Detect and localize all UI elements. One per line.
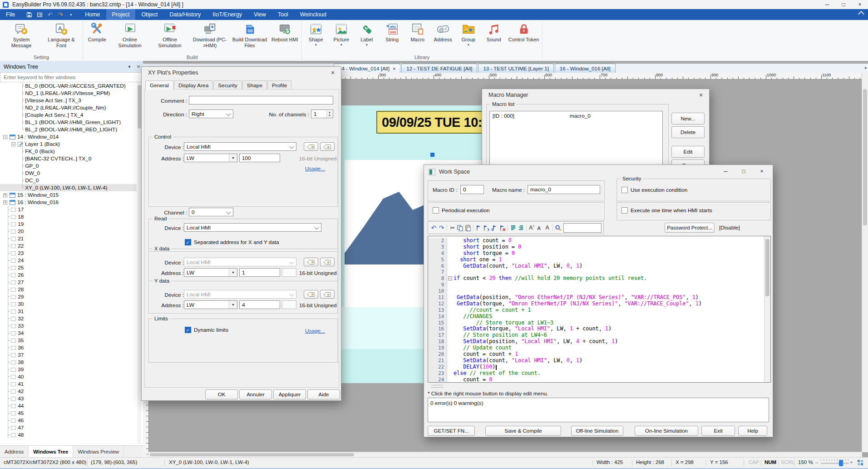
ribbon-picture-button[interactable]: Picture▾ (329, 21, 354, 47)
tree-item-31[interactable]: ├31 (0, 308, 137, 315)
bookmark-clear-icon[interactable] (498, 223, 506, 232)
ydata-tag-add-button[interactable]: + (320, 290, 335, 299)
help-button[interactable]: Aide (307, 389, 340, 399)
cancel-button[interactable]: Annuler (239, 389, 272, 399)
control-address-input[interactable]: 100 (239, 154, 280, 162)
code-line[interactable]: 18 SetData(position, "Local HMI", LW, 4 … (428, 339, 770, 345)
direction-select[interactable]: Right (189, 110, 233, 118)
ribbon-download-button[interactable]: Download (PC->HMI) (190, 21, 230, 48)
comment-input[interactable] (189, 96, 333, 105)
macro-manager-titlebar[interactable]: Macro Manager × (482, 89, 709, 101)
tree-item-36[interactable]: ├36 (0, 344, 137, 351)
tree-item-41[interactable]: ├41 (0, 380, 137, 388)
xy-dialog-titlebar[interactable]: XY Plot's Properties × (142, 67, 341, 79)
workspace-titlebar[interactable]: Work Space □ × (424, 165, 773, 179)
tree-item-25[interactable]: ├25 (0, 264, 137, 271)
use-execution-condition-checkbox[interactable]: Use execution condition (621, 187, 687, 193)
menu-home[interactable]: Home (79, 9, 106, 20)
code-line[interactable]: 13 //count = count + 1 (428, 307, 770, 314)
tree-item-32[interactable]: ├32 (0, 315, 137, 322)
tree-item-fk-0-back[interactable]: ├FK_0 (Back) (0, 148, 137, 155)
menu-iiot-energy[interactable]: IIoT/Energy (207, 9, 248, 20)
xdata-tag-add-button[interactable]: + (320, 258, 335, 266)
zoom-in-icon[interactable]: + (850, 459, 853, 465)
tree-item-gp-0[interactable]: ├GP_0 (0, 162, 137, 170)
bookmark-prev-icon[interactable] (491, 223, 498, 232)
window-maximize-icon[interactable]: □ (835, 0, 852, 9)
spinner-arrows-icon[interactable]: ▲▼ (326, 110, 332, 117)
menu-tool[interactable]: Tool (272, 9, 294, 20)
ydata-address-input[interactable]: 4 (239, 300, 280, 309)
tree-item-38[interactable]: ├38 (0, 359, 137, 366)
code-line[interactable]: 5 short one = 1 (428, 257, 770, 263)
ribbon-macro-button[interactable]: Macro (405, 21, 430, 43)
tree-item-banc-32-cvtech-tx-0[interactable]: ├[BANC-32 CVTECH..] TX_0 (0, 155, 137, 162)
ribbon-compile-button[interactable]: Compile (84, 21, 110, 43)
code-line[interactable]: 2 short count = 0 (428, 238, 770, 244)
font-icon[interactable]: A (543, 223, 551, 232)
fold-minus-icon[interactable]: − (448, 276, 452, 280)
xdata-tag-button[interactable] (304, 258, 318, 266)
tree-item-17[interactable]: ├17 (0, 206, 137, 213)
tree-item-nd-1-lreal-var-vitesse-rpm[interactable]: ├ND_1 (LREAL-VAR://Vitesse_RPM) (0, 90, 137, 97)
sidebar-tab-windows-tree[interactable]: Windows Tree (29, 446, 73, 458)
expander-plus-icon[interactable]: + (3, 200, 7, 205)
tree-item-26[interactable]: ├26 (0, 271, 137, 279)
tree-item-18[interactable]: ├18 (0, 213, 137, 220)
code-line[interactable]: 3 short position = 0 (428, 244, 770, 250)
edit-macro-button[interactable]: Edit (671, 146, 705, 158)
menu-object[interactable]: Object (135, 9, 163, 20)
tree-item-34[interactable]: ├34 (0, 329, 137, 337)
get-set-fn-button[interactable]: GET/SET FN... (428, 426, 475, 436)
code-line[interactable]: 23else // reset of the count. (428, 370, 770, 377)
tree-item-16-window-016[interactable]: +16 : Window_016 (0, 199, 137, 206)
tree-item-28[interactable]: ├28 (0, 286, 137, 293)
list-b-icon[interactable] (517, 223, 525, 232)
periodical-execution-checkbox[interactable]: Periodical execution (433, 207, 490, 214)
tree-item-30[interactable]: ├30 (0, 300, 137, 308)
redo-icon[interactable]: ↷ (57, 11, 64, 18)
ribbon-group-button[interactable]: Group▾ (456, 21, 481, 47)
channels-spinner[interactable]: 1 ▲▼ (311, 110, 333, 118)
selection-handle[interactable] (430, 153, 434, 157)
font-smaller-icon[interactable]: A- (536, 223, 543, 232)
code-line[interactable]: 21 SetData(count, "Local HMI", LW, 0, 1) (428, 358, 770, 364)
tree-item-bl-2-bool-var-hmi-red-light[interactable]: └BL_2 (BOOL-VAR://HMI_RED_LIGHT) (0, 126, 137, 133)
collapse-ribbon-icon[interactable] (858, 11, 864, 17)
bookmark-next-icon[interactable] (483, 223, 490, 232)
ydata-index-input[interactable] (282, 300, 296, 309)
ribbon-shape-button[interactable]: Shape▾ (303, 21, 329, 47)
ribbon-string-button[interactable]: abcxxxString (380, 21, 405, 43)
offline-simulation-button[interactable]: Off-line Simulation (571, 426, 623, 436)
ribbon-label-button[interactable]: Label▾ (354, 21, 380, 47)
menu-file[interactable]: File (0, 9, 21, 20)
export-icon[interactable] (36, 11, 43, 18)
delete-macro-button[interactable]: Delete (671, 126, 705, 138)
expander-minus-icon[interactable]: − (11, 142, 15, 146)
tab-scroll-right-icon[interactable]: ▸ (865, 65, 867, 70)
tree-item-layer-1-back[interactable]: −Layer 1 (Back) (0, 140, 137, 148)
code-line[interactable]: 20 count = count + 1 (428, 351, 770, 358)
limits-usage-link[interactable]: Usage... (305, 328, 325, 334)
undo-icon[interactable]: ↶ (46, 11, 54, 18)
canvas-tab-12-test-de-fatigue-all[interactable]: 12 - TEST DE FATIGUE [All] (401, 64, 477, 73)
window-close-icon[interactable]: × (852, 0, 868, 9)
tree-item-15-window-015[interactable]: +15 : Window_015 (0, 191, 137, 199)
editor-vscrollbar[interactable] (764, 236, 770, 382)
canvas-tab-13-test-ultime-layer-1[interactable]: 13 - TEST ULTIME [Layer 1] (478, 64, 553, 73)
code-line[interactable]: 10 (428, 288, 770, 294)
ribbon-system-message-button[interactable]: System Message (1, 21, 41, 48)
tree-item-43[interactable]: ├43 (0, 395, 137, 402)
apply-button[interactable]: Appliquer (273, 389, 306, 399)
xdata-address-type-combo[interactable]: LW▼ (184, 268, 237, 277)
sidebar-tab-windows-preview[interactable]: Windows Preview (73, 446, 124, 458)
code-line[interactable]: 4 short torque = 0 (428, 250, 770, 257)
workspace-minimize-icon[interactable] (716, 167, 735, 176)
tree-item-29[interactable]: ├29 (0, 293, 137, 300)
menu-weincloud[interactable]: Weincloud (294, 9, 332, 20)
macro-name-input[interactable]: macro_0 (528, 185, 600, 194)
ribbon-offline-simulation-button[interactable]: Offline Simulation (150, 21, 190, 48)
tree-item-35[interactable]: ├35 (0, 337, 137, 344)
xy-tab-shape[interactable]: Shape (242, 80, 267, 90)
tree-item-nd-2-lreal-var-couple-nm[interactable]: ├ND_2 (LREAL-VAR://Couple_Nm) (0, 104, 137, 111)
